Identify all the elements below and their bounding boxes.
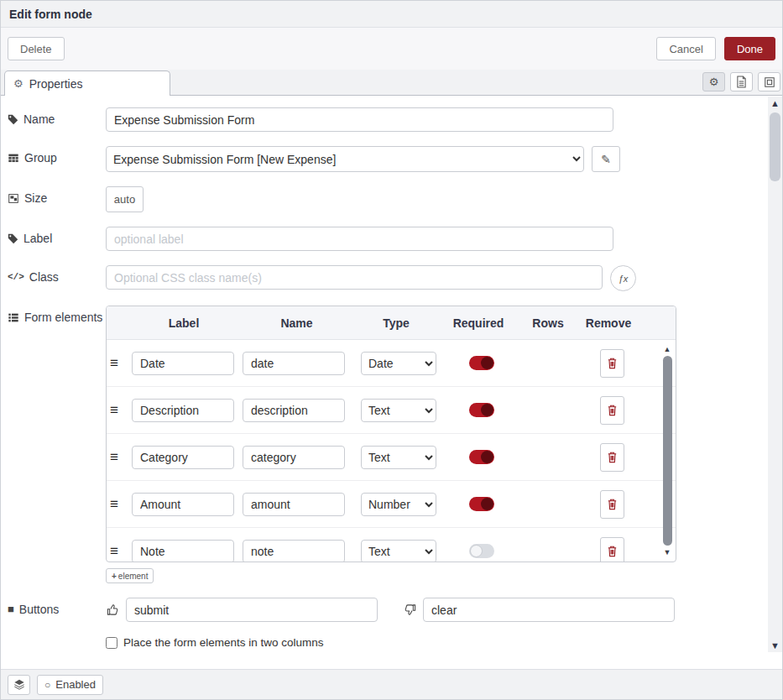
col-header-required: Required (438, 316, 519, 330)
col-header-rows: Rows (519, 316, 577, 330)
required-toggle[interactable] (469, 497, 494, 511)
element-type-select[interactable]: Text (361, 446, 436, 469)
drag-handle-icon[interactable]: ≡ (110, 403, 132, 417)
tab-properties[interactable]: ⚙ Properties (4, 71, 170, 96)
name-field-label: Name (8, 107, 106, 126)
dialog-title: Edit form node (9, 8, 92, 21)
trash-icon (607, 451, 618, 463)
table-scrollbar[interactable]: ▲ ▼ (661, 345, 673, 556)
toggle-knob (481, 357, 493, 369)
description-view-button[interactable] (730, 72, 753, 91)
trash-icon (607, 357, 618, 369)
element-name-input[interactable] (243, 446, 345, 469)
form-elements-widget: Label Name Type Required Rows Remove ≡ D… (106, 306, 676, 583)
drag-handle-icon[interactable]: ≡ (110, 497, 132, 511)
gear-icon: ⚙ (13, 77, 23, 90)
scroll-down-icon[interactable]: ▼ (770, 639, 780, 652)
table-scroll-down-icon[interactable]: ▼ (664, 548, 671, 556)
properties-view-button[interactable]: ⚙ (702, 72, 725, 91)
label-field-row: Label (8, 227, 782, 251)
name-input[interactable] (106, 107, 613, 132)
delete-element-button[interactable] (600, 396, 624, 425)
group-field-label: Group (8, 146, 106, 165)
main-scrollbar[interactable]: ▲ ▼ (768, 97, 782, 652)
element-label-input[interactable] (132, 352, 234, 375)
element-label-input[interactable] (132, 399, 234, 422)
size-icon (8, 193, 19, 204)
trash-icon (607, 498, 618, 510)
delete-element-button[interactable] (600, 443, 624, 472)
form-element-row: ≡ Text (107, 528, 676, 562)
element-name-input[interactable] (243, 540, 345, 562)
enabled-toggle-button[interactable]: ○ Enabled (37, 675, 103, 695)
element-name-input[interactable] (243, 493, 345, 516)
element-label-input[interactable] (132, 493, 234, 516)
delete-element-button[interactable] (600, 537, 624, 562)
drag-handle-icon[interactable]: ≡ (110, 356, 132, 370)
thumbs-down-icon (403, 603, 416, 616)
cancel-button[interactable]: Cancel (656, 37, 715, 60)
table-scroll-up-icon[interactable]: ▲ (664, 345, 671, 353)
required-toggle[interactable] (469, 450, 494, 464)
toggle-knob (481, 451, 493, 463)
element-label-input[interactable] (132, 446, 234, 469)
scroll-up-icon[interactable]: ▲ (770, 97, 780, 110)
buttons-field-row: ■ Buttons (8, 598, 782, 622)
table-scrollbar-thumb[interactable] (663, 356, 672, 546)
form-element-row: ≡ Number (107, 481, 676, 528)
tab-bar: ⚙ Properties ⚙ (1, 70, 782, 96)
elements-table-header: Label Name Type Required Rows Remove (107, 306, 676, 340)
element-type-select[interactable]: Number (361, 493, 436, 516)
label-input[interactable] (106, 227, 613, 251)
drag-handle-icon[interactable]: ≡ (110, 544, 132, 558)
toggle-knob (470, 545, 483, 557)
tab-properties-label: Properties (29, 77, 83, 91)
class-expression-button[interactable]: ƒx (610, 265, 636, 291)
element-label-input[interactable] (132, 540, 234, 562)
col-header-remove: Remove (577, 316, 639, 330)
tab-bar-actions: ⚙ (702, 72, 782, 95)
drag-handle-icon[interactable]: ≡ (110, 450, 132, 464)
delete-element-button[interactable] (600, 349, 624, 378)
class-input[interactable] (106, 265, 603, 290)
appearance-view-button[interactable] (758, 72, 780, 91)
col-header-label: Label (128, 316, 239, 330)
element-type-select[interactable]: Text (361, 399, 436, 422)
form-elements-row: Form elements Label Name Type Required R… (8, 306, 782, 583)
element-name-input[interactable] (243, 352, 345, 375)
size-field-row: Size auto (8, 186, 782, 212)
clear-button-label-input[interactable] (423, 598, 675, 622)
thumbs-up-icon (106, 603, 119, 616)
elements-table-body: ≡ Date ≡ Text ≡ Text ≡ (107, 340, 676, 562)
delete-element-button[interactable] (600, 490, 624, 519)
group-field-row: Group Expense Submission Form [New Expen… (8, 146, 782, 172)
table-icon (8, 153, 19, 164)
required-toggle[interactable] (469, 356, 494, 370)
submit-button-label-input[interactable] (126, 598, 378, 622)
group-select[interactable]: Expense Submission Form [New Expense] (106, 146, 584, 172)
dialog-header: Edit form node (1, 1, 782, 28)
required-toggle[interactable] (469, 544, 494, 558)
trash-icon (607, 545, 618, 557)
edit-group-button[interactable]: ✎ (592, 146, 620, 172)
element-type-select[interactable]: Text (361, 540, 436, 562)
code-icon: </> (8, 270, 24, 284)
main-scrollbar-thumb[interactable] (770, 112, 780, 181)
element-type-select[interactable]: Date (361, 352, 436, 375)
size-field-label: Size (8, 186, 106, 205)
node-scope-button[interactable] (8, 675, 30, 695)
two-columns-checkbox[interactable] (106, 637, 117, 649)
delete-button[interactable]: Delete (8, 37, 65, 60)
form-element-row: ≡ Text (107, 434, 676, 481)
expand-icon (764, 76, 775, 88)
fx-icon: ƒx (619, 274, 629, 284)
class-field-label: </> Class (8, 265, 106, 284)
element-name-input[interactable] (243, 399, 345, 422)
size-button[interactable]: auto (106, 186, 144, 212)
layers-icon (13, 679, 25, 690)
buttons-field-label: ■ Buttons (8, 598, 106, 616)
tag-icon (8, 233, 18, 244)
done-button[interactable]: Done (724, 37, 775, 60)
add-element-button[interactable]: +element (106, 568, 154, 583)
required-toggle[interactable] (469, 403, 494, 417)
